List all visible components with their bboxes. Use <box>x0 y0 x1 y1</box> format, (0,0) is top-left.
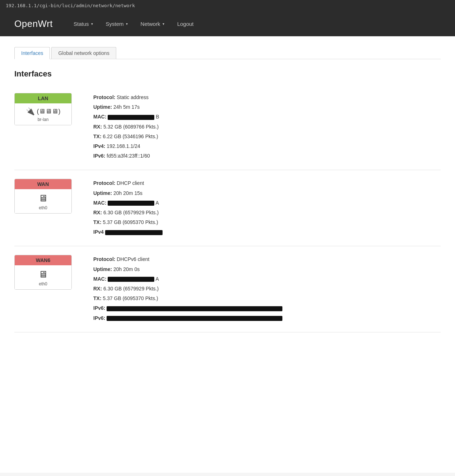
wan-mac: MAC: A <box>93 199 441 207</box>
wan-details: Protocol: DHCP client Uptime: 20h 20m 15… <box>93 179 441 237</box>
brand-logo: OpenWrt <box>14 18 53 29</box>
lan-ipv6: IPv6: fd55:a3f4:23ff::1/60 <box>93 151 441 160</box>
status-caret-icon: ▾ <box>91 22 93 26</box>
section-title: Interfaces <box>14 69 441 79</box>
lan-group-icon: (🖥🖥🖥) <box>37 108 61 115</box>
nav-status[interactable]: Status ▾ <box>67 12 99 36</box>
wan-icons: 🖥 <box>38 193 48 204</box>
wan6-ipv6a-redacted <box>107 306 282 311</box>
lan-device-name: br-lan <box>38 117 49 122</box>
lan-protocol: Protocol: Static address <box>93 93 441 102</box>
iface-body-lan: 🔌 (🖥🖥🖥) br-lan <box>15 103 71 125</box>
wan6-network-icon: 🖥 <box>38 269 48 280</box>
iface-card-wan6: WAN6 🖥 eth0 <box>14 255 72 290</box>
wan-device-name: eth0 <box>39 205 47 210</box>
system-caret-icon: ▾ <box>126 22 128 26</box>
network-caret-icon: ▾ <box>163 22 164 26</box>
wan-uptime: Uptime: 20h 20m 15s <box>93 189 441 198</box>
wan-mac-redacted <box>108 201 154 206</box>
iface-body-wan: 🖥 eth0 <box>15 189 71 213</box>
wan6-tx: TX: 5.37 GB (6095370 Pkts.) <box>93 294 441 303</box>
iface-header-lan: LAN <box>15 93 71 103</box>
lan-uptime: Uptime: 24h 5m 17s <box>93 103 441 112</box>
iface-card-lan: LAN 🔌 (🖥🖥🖥) br-lan <box>14 93 72 125</box>
wan-protocol: Protocol: DHCP client <box>93 179 441 188</box>
tabs-container: Interfaces Global network options <box>14 47 441 59</box>
lan-tx: TX: 6.22 GB (5346196 Pkts.) <box>93 132 441 141</box>
address-bar: 192.168.1.1/cgi-bin/luci/admin/network/n… <box>0 0 455 11</box>
navbar: OpenWrt Status ▾ System ▾ Network ▾ Logo… <box>0 11 455 36</box>
lan-mac-redacted <box>108 115 154 120</box>
main-content: Interfaces Global network options Interf… <box>0 36 455 473</box>
lan-icons: 🔌 (🖥🖥🖥) <box>26 107 61 116</box>
lan-rx: RX: 5.32 GB (6089766 Pkts.) <box>93 122 441 131</box>
wan-rx: RX: 6.30 GB (6579929 Pkts.) <box>93 208 441 217</box>
wan6-mac: MAC: A <box>93 275 441 284</box>
lan-ipv4: IPv4: 192.168.1.1/24 <box>93 142 441 151</box>
wan-ipv4: IPv4 <box>93 228 441 237</box>
wan6-rx: RX: 6.30 GB (6579929 Pkts.) <box>93 284 441 293</box>
interface-row-wan: WAN 🖥 eth0 Protocol: DHCP client Uptime:… <box>14 170 441 246</box>
interface-row-lan: LAN 🔌 (🖥🖥🖥) br-lan Protocol: Static addr… <box>14 84 441 170</box>
wan-tx: TX: 5.37 GB (6095370 Pkts.) <box>93 218 441 227</box>
nav-system[interactable]: System ▾ <box>99 12 134 36</box>
nav-logout[interactable]: Logout <box>171 12 200 36</box>
wan6-ipv6b: IPv6: <box>93 314 441 323</box>
wan6-mac-redacted <box>108 277 154 282</box>
wan6-ipv6b-redacted <box>107 316 282 321</box>
iface-card-wan: WAN 🖥 eth0 <box>14 179 72 214</box>
lan-details: Protocol: Static address Uptime: 24h 5m … <box>93 93 441 161</box>
wan6-device-name: eth0 <box>39 281 47 286</box>
tab-interfaces[interactable]: Interfaces <box>14 47 50 59</box>
lan-switch-icon: 🔌 <box>26 107 35 116</box>
wan6-ipv6a: IPv6: <box>93 304 441 313</box>
wan-ipv4-redacted <box>105 230 163 235</box>
wan6-icons: 🖥 <box>38 269 48 280</box>
iface-header-wan6: WAN6 <box>15 255 71 265</box>
wan-network-icon: 🖥 <box>38 193 48 204</box>
iface-header-wan: WAN <box>15 179 71 189</box>
nav-network[interactable]: Network ▾ <box>134 12 171 36</box>
wan6-details: Protocol: DHCPv6 client Uptime: 20h 20m … <box>93 255 441 323</box>
interface-row-wan6: WAN6 🖥 eth0 Protocol: DHCPv6 client Upti… <box>14 246 441 332</box>
wan6-uptime: Uptime: 20h 20m 0s <box>93 265 441 274</box>
tab-global-network-options[interactable]: Global network options <box>51 47 116 59</box>
url-text: 192.168.1.1/cgi-bin/luci/admin/network/n… <box>6 3 135 8</box>
lan-mac: MAC: B <box>93 112 441 121</box>
iface-body-wan6: 🖥 eth0 <box>15 265 71 289</box>
wan6-protocol: Protocol: DHCPv6 client <box>93 255 441 264</box>
